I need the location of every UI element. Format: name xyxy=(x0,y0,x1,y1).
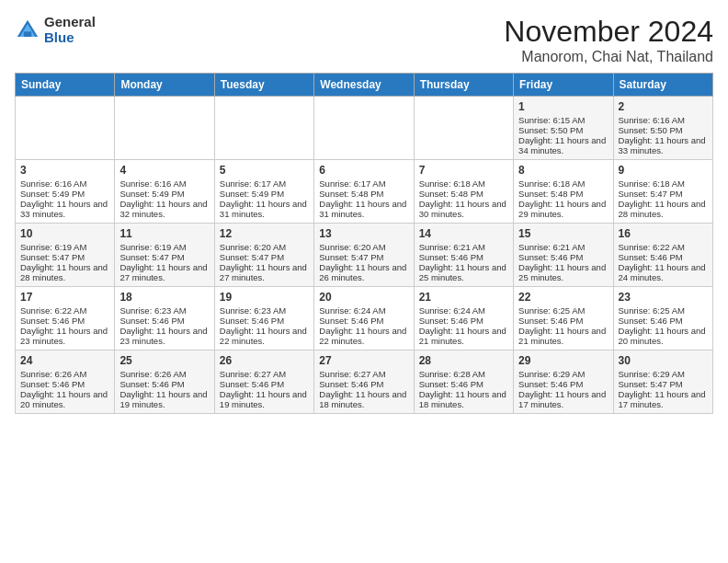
day-number: 9 xyxy=(619,164,708,177)
sunset-text: Sunset: 5:49 PM xyxy=(119,189,209,199)
calendar-cell xyxy=(16,97,115,160)
calendar-cell: 9Sunrise: 6:18 AMSunset: 5:47 PMDaylight… xyxy=(613,160,712,224)
calendar-cell: 4Sunrise: 6:16 AMSunset: 5:49 PMDaylight… xyxy=(115,160,214,224)
sunset-text: Sunset: 5:46 PM xyxy=(319,379,408,389)
calendar-cell: 5Sunrise: 6:17 AMSunset: 5:49 PMDaylight… xyxy=(214,160,313,224)
month-title: November 2024 xyxy=(504,15,713,49)
day-number: 21 xyxy=(419,291,508,304)
sunrise-text: Sunrise: 6:19 AM xyxy=(119,242,209,252)
sunrise-text: Sunrise: 6:23 AM xyxy=(119,305,209,316)
day-number: 10 xyxy=(20,227,109,240)
sunrise-text: Sunrise: 6:18 AM xyxy=(619,178,708,189)
calendar-cell: 25Sunrise: 6:26 AMSunset: 5:46 PMDayligh… xyxy=(115,350,214,414)
sunset-text: Sunset: 5:46 PM xyxy=(419,379,508,389)
calendar-week-row: 3Sunrise: 6:16 AMSunset: 5:49 PMDaylight… xyxy=(16,160,713,224)
sunrise-text: Sunrise: 6:16 AM xyxy=(119,178,209,189)
daylight-text: Daylight: 11 hours and 27 minutes. xyxy=(119,262,209,282)
daylight-text: Daylight: 11 hours and 30 minutes. xyxy=(419,199,508,219)
day-number: 15 xyxy=(518,227,608,240)
daylight-text: Daylight: 11 hours and 29 minutes. xyxy=(518,199,608,219)
day-number: 13 xyxy=(319,227,408,240)
calendar-cell: 12Sunrise: 6:20 AMSunset: 5:47 PMDayligh… xyxy=(214,224,313,287)
sunset-text: Sunset: 5:47 PM xyxy=(20,252,109,262)
calendar-cell: 3Sunrise: 6:16 AMSunset: 5:49 PMDaylight… xyxy=(16,160,115,224)
day-number: 12 xyxy=(220,227,309,240)
day-number: 20 xyxy=(319,291,408,304)
sunset-text: Sunset: 5:46 PM xyxy=(518,252,608,262)
daylight-text: Daylight: 11 hours and 26 minutes. xyxy=(319,262,408,282)
logo: General Blue xyxy=(15,15,96,45)
calendar-table: SundayMondayTuesdayWednesdayThursdayFrid… xyxy=(15,73,713,414)
calendar-cell: 21Sunrise: 6:24 AMSunset: 5:46 PMDayligh… xyxy=(414,287,513,350)
sunrise-text: Sunrise: 6:26 AM xyxy=(119,369,209,379)
calendar-cell: 17Sunrise: 6:22 AMSunset: 5:46 PMDayligh… xyxy=(16,287,115,350)
sunrise-text: Sunrise: 6:24 AM xyxy=(319,305,408,316)
daylight-text: Daylight: 11 hours and 21 minutes. xyxy=(419,326,508,346)
day-number: 17 xyxy=(20,291,109,304)
day-number: 14 xyxy=(419,227,508,240)
sunset-text: Sunset: 5:46 PM xyxy=(319,316,408,326)
sunset-text: Sunset: 5:49 PM xyxy=(20,189,109,199)
day-number: 1 xyxy=(518,100,608,113)
weekday-header: Sunday xyxy=(16,74,115,97)
calendar-cell: 29Sunrise: 6:29 AMSunset: 5:46 PMDayligh… xyxy=(514,350,613,414)
sunrise-text: Sunrise: 6:29 AM xyxy=(619,369,708,379)
calendar-cell: 23Sunrise: 6:25 AMSunset: 5:46 PMDayligh… xyxy=(613,287,712,350)
logo-icon xyxy=(15,17,40,43)
sunset-text: Sunset: 5:46 PM xyxy=(419,252,508,262)
page-header: General Blue November 2024 Manorom, Chai… xyxy=(15,15,713,65)
location-subtitle: Manorom, Chai Nat, Thailand xyxy=(504,49,713,65)
sunrise-text: Sunrise: 6:21 AM xyxy=(518,242,608,252)
daylight-text: Daylight: 11 hours and 17 minutes. xyxy=(518,389,608,409)
sunset-text: Sunset: 5:47 PM xyxy=(619,189,708,199)
sunset-text: Sunset: 5:46 PM xyxy=(20,379,109,389)
day-number: 7 xyxy=(419,164,508,177)
calendar-cell: 18Sunrise: 6:23 AMSunset: 5:46 PMDayligh… xyxy=(115,287,214,350)
sunset-text: Sunset: 5:46 PM xyxy=(619,316,708,326)
weekday-header: Thursday xyxy=(414,74,513,97)
calendar-week-row: 17Sunrise: 6:22 AMSunset: 5:46 PMDayligh… xyxy=(16,287,713,350)
sunrise-text: Sunrise: 6:22 AM xyxy=(619,242,708,252)
daylight-text: Daylight: 11 hours and 20 minutes. xyxy=(619,326,708,346)
day-number: 16 xyxy=(619,227,708,240)
day-number: 28 xyxy=(419,354,508,367)
weekday-header: Wednesday xyxy=(314,74,414,97)
daylight-text: Daylight: 11 hours and 31 minutes. xyxy=(319,199,408,219)
calendar-cell: 30Sunrise: 6:29 AMSunset: 5:47 PMDayligh… xyxy=(613,350,712,414)
daylight-text: Daylight: 11 hours and 33 minutes. xyxy=(619,135,708,155)
daylight-text: Daylight: 11 hours and 18 minutes. xyxy=(419,389,508,409)
sunrise-text: Sunrise: 6:16 AM xyxy=(619,115,708,125)
sunset-text: Sunset: 5:50 PM xyxy=(619,125,708,135)
daylight-text: Daylight: 11 hours and 27 minutes. xyxy=(220,262,309,282)
daylight-text: Daylight: 11 hours and 28 minutes. xyxy=(20,262,109,282)
sunrise-text: Sunrise: 6:25 AM xyxy=(619,305,708,316)
calendar-cell: 14Sunrise: 6:21 AMSunset: 5:46 PMDayligh… xyxy=(414,224,513,287)
calendar-cell: 10Sunrise: 6:19 AMSunset: 5:47 PMDayligh… xyxy=(16,224,115,287)
sunrise-text: Sunrise: 6:21 AM xyxy=(419,242,508,252)
daylight-text: Daylight: 11 hours and 24 minutes. xyxy=(619,262,708,282)
daylight-text: Daylight: 11 hours and 18 minutes. xyxy=(319,389,408,409)
day-number: 29 xyxy=(518,354,608,367)
daylight-text: Daylight: 11 hours and 32 minutes. xyxy=(119,199,209,219)
calendar-cell: 15Sunrise: 6:21 AMSunset: 5:46 PMDayligh… xyxy=(514,224,613,287)
daylight-text: Daylight: 11 hours and 25 minutes. xyxy=(518,262,608,282)
day-number: 30 xyxy=(619,354,708,367)
day-number: 27 xyxy=(319,354,408,367)
day-number: 19 xyxy=(220,291,309,304)
calendar-cell: 8Sunrise: 6:18 AMSunset: 5:48 PMDaylight… xyxy=(514,160,613,224)
sunset-text: Sunset: 5:48 PM xyxy=(419,189,508,199)
day-number: 23 xyxy=(619,291,708,304)
sunrise-text: Sunrise: 6:27 AM xyxy=(220,369,309,379)
sunset-text: Sunset: 5:47 PM xyxy=(220,252,309,262)
sunrise-text: Sunrise: 6:26 AM xyxy=(20,369,109,379)
day-number: 18 xyxy=(119,291,209,304)
weekday-header: Tuesday xyxy=(214,74,313,97)
calendar-week-row: 1Sunrise: 6:15 AMSunset: 5:50 PMDaylight… xyxy=(16,97,713,160)
sunset-text: Sunset: 5:48 PM xyxy=(319,189,408,199)
day-number: 22 xyxy=(518,291,608,304)
sunrise-text: Sunrise: 6:27 AM xyxy=(319,369,408,379)
sunrise-text: Sunrise: 6:15 AM xyxy=(518,115,608,125)
sunrise-text: Sunrise: 6:16 AM xyxy=(20,178,109,189)
sunset-text: Sunset: 5:46 PM xyxy=(119,316,209,326)
daylight-text: Daylight: 11 hours and 22 minutes. xyxy=(220,326,309,346)
